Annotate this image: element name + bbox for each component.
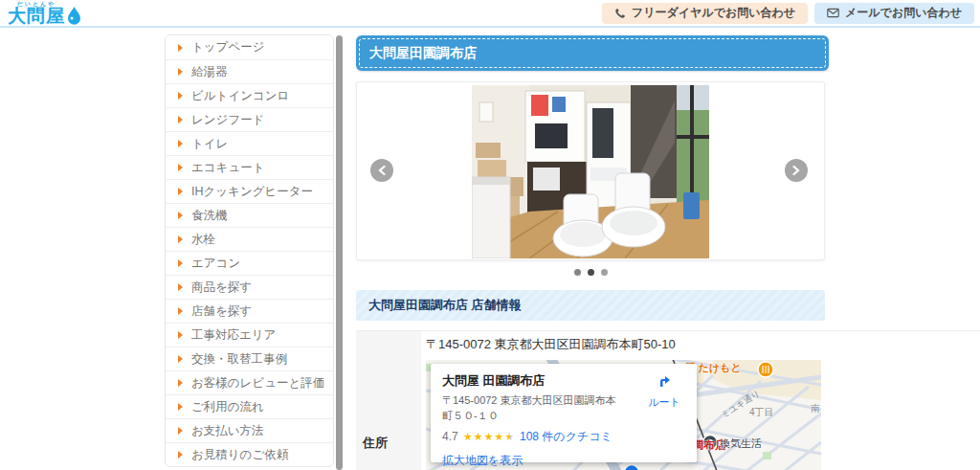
logo-text: 大問屋 [8,7,65,25]
google-map[interactable]: つけ麺 たけもと らぁめん 葉月 大問屋 田園調布店 換気生活 ミユキ通り 4丁… [426,360,821,470]
sidebar-item-label: トップページ [191,39,264,56]
arrow-bullet-icon [178,259,183,267]
arrow-bullet-icon [178,355,183,363]
arrow-bullet-icon [178,307,183,315]
sidebar-item-label: お見積りのご依頼 [191,447,288,463]
arrow-bullet-icon [178,44,183,52]
sidebar-item[interactable]: レンジフード [166,107,333,131]
sidebar-item[interactable]: エコキュート [166,155,333,179]
sidebar-item[interactable]: IHクッキングヒーター [166,179,333,203]
site-logo[interactable]: だいとんや 大問屋 [8,1,81,25]
sidebar-item[interactable]: 給湯器 [166,59,333,83]
store-info-table: 住所 〒145-0072 東京都大田区田園調布本町50-10 [356,330,980,470]
sidebar-item-label: 交換・取替工事例 [191,351,287,368]
header: だいとんや 大問屋 フリーダイヤルでお問い合わせ メールでお問い合わせ [0,0,980,28]
mail-icon [827,8,839,18]
sidebar-item[interactable]: 交換・取替工事例 [166,347,333,370]
arrow-bullet-icon [178,68,183,76]
sidebar-item-label: エコキュート [191,160,264,176]
address-label: 住所 [363,435,388,452]
sidebar-item[interactable]: トイレ [166,131,333,155]
arrow-bullet-icon [178,331,183,339]
sidebar-item[interactable]: ビルトインコンロ [166,83,333,107]
phone-icon [614,8,626,19]
arrow-bullet-icon [178,235,183,243]
carousel-dot-active[interactable] [588,269,594,276]
sidebar-item-label: トイレ [191,136,228,152]
sidebar-item-label: エアコン [191,256,240,272]
map-route-button[interactable]: ルート [645,373,683,410]
address-header-cell: 住所 [356,331,421,470]
map-district-label: 4丁目 [749,406,774,419]
carousel-dots [356,269,825,276]
directions-icon [657,373,672,389]
sidebar-item-label: ご利用の流れ [191,399,264,415]
sidebar-scrollbar[interactable] [336,35,343,470]
store-photo [472,85,709,258]
map-card-address: 〒145-0072 東京都大田区田園調布本 町５０-１０ [442,393,634,424]
store-title-banner: 大問屋田園調布店 [356,35,829,71]
sidebar-item[interactable]: 工事対応エリア [166,323,333,347]
carousel-dot[interactable] [601,269,608,276]
sidebar-item[interactable]: トップページ [166,35,333,59]
arrow-bullet-icon [178,427,183,435]
carousel-prev-button[interactable] [370,159,393,182]
sidebar-item[interactable]: 水栓 [166,227,333,251]
reviews-link[interactable]: 108 件のクチコミ [520,429,612,445]
phone-contact-label: フリーダイヤルでお問い合わせ [632,5,795,21]
mail-contact-label: メールでお問い合わせ [845,5,962,21]
address-value-cell: 〒145-0072 東京都大田区田園調布本町50-10 [421,331,980,470]
arrow-bullet-icon [178,212,183,219]
chevron-left-icon [378,166,386,175]
sidebar-item-label: レンジフード [191,112,264,128]
store-info-section-header: 大問屋田園調布店 店舗情報 [356,290,825,321]
sidebar-item-label: 水栓 [191,232,215,248]
map-route-label: ルート [645,395,683,410]
arrow-bullet-icon [178,92,183,100]
sidebar-item-label: IHクッキングヒーター [191,184,313,200]
sidebar-item[interactable]: 商品を探す [166,275,333,299]
map-card-address-line2: 町５０-１０ [442,410,499,421]
arrow-bullet-icon [178,188,183,195]
sidebar-item-label: お支払い方法 [191,423,264,439]
sidebar-item[interactable]: お客様のレビューと評価 [166,370,333,394]
sidebar-item[interactable]: ご利用の流れ [166,394,333,418]
arrow-bullet-icon [178,379,183,387]
rating-stars: ★★★★★ [463,431,515,443]
photo-carousel [356,81,825,260]
carousel-dot[interactable] [574,269,581,276]
mail-contact-button[interactable]: メールでお問い合わせ [814,3,974,24]
sidebar-item[interactable]: エアコン [166,251,333,275]
rating-value: 4.7 [442,430,458,443]
sidebar-nav: トップページ 給湯器 ビルトインコンロ レンジフード トイレ エコキュート IH… [165,34,334,467]
sidebar-item-label: 店舗を探す [191,303,252,320]
map-poi-label[interactable]: 換気生活 [720,436,762,451]
arrow-bullet-icon [178,164,183,171]
map-card-address-line1: 〒145-0072 東京都大田区田園調布本 [442,394,616,406]
sidebar-item[interactable]: お見積りのご依頼 [166,442,333,466]
sidebar-item[interactable]: 店舗を探す [166,299,333,323]
water-drop-icon [67,6,81,25]
phone-contact-button[interactable]: フリーダイヤルでお問い合わせ [602,3,808,24]
sidebar-item-label: お客様のレビューと評価 [191,375,324,392]
sidebar-item[interactable]: 食洗機 [166,203,333,227]
map-rating-row: 4.7 ★★★★★ 108 件のクチコミ [442,429,687,445]
carousel-next-button[interactable] [785,159,808,182]
sidebar-item-label: 食洗機 [191,208,228,224]
store-info-section-title: 大問屋田園調布店 店舗情報 [356,290,825,321]
sidebar-item-label: 工事対応エリア [191,327,276,344]
arrow-bullet-icon [178,403,183,411]
sidebar-item[interactable]: お支払い方法 [166,418,333,442]
arrow-bullet-icon [178,140,183,147]
sidebar-item-label: 商品を探す [191,280,252,296]
sidebar-item-label: ビルトインコンロ [191,88,289,104]
chevron-right-icon [792,166,800,175]
page: だいとんや 大問屋 フリーダイヤルでお問い合わせ メールでお問い合わせ [0,0,980,470]
map-district-label: 南 [811,402,820,415]
sidebar-item-label: 給湯器 [191,64,228,80]
arrow-bullet-icon [178,451,183,459]
expand-map-link[interactable]: 拡大地図を表示 [442,453,523,469]
arrow-bullet-icon [178,116,183,123]
map-info-card: 大問屋 田園調布店 〒145-0072 東京都大田区田園調布本 町５０-１０ ル… [431,364,697,462]
address-text: 〒145-0072 東京都大田区田園調布本町50-10 [426,336,980,353]
